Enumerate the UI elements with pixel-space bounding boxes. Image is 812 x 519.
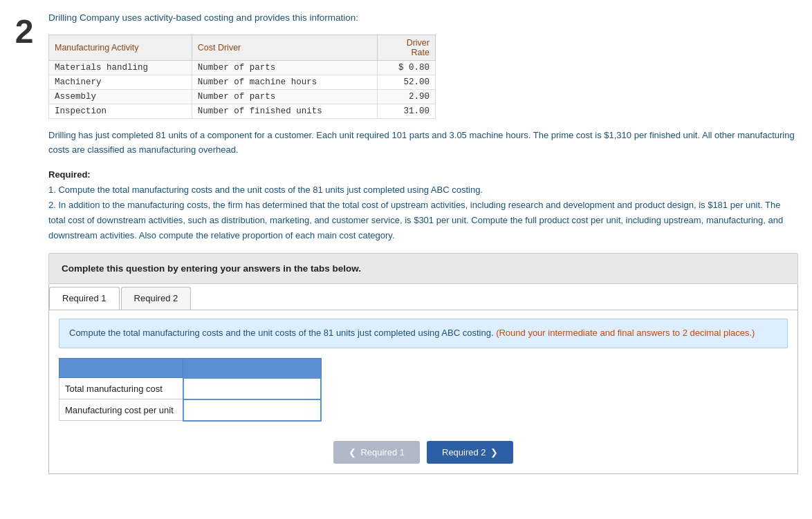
tab-required-1[interactable]: Required 1	[49, 287, 120, 310]
answer-table: Total manufacturing costManufacturing co…	[59, 358, 322, 422]
col-header-driver-rate: DriverRate	[377, 35, 435, 61]
required-section: Required: 1. Compute the total manufactu…	[48, 167, 798, 243]
tab-instruction-round: (Round your intermediate and final answe…	[496, 328, 755, 338]
required-label: Required:	[48, 169, 91, 180]
activity-table-cell: 31.00	[377, 104, 435, 119]
activity-table-cell: Machinery	[49, 75, 192, 90]
tab-content: Compute the total manufacturing costs an…	[49, 310, 797, 429]
chevron-left-icon: ❮	[349, 447, 356, 457]
col-header-manufacturing-activity: Manufacturing Activity	[49, 35, 192, 61]
chevron-right-icon: ❯	[490, 447, 498, 457]
problem-text: Drilling has just completed 81 units of …	[48, 129, 798, 158]
answer-input-cell	[183, 378, 321, 399]
answer-input-cell	[183, 399, 321, 421]
nav-buttons: ❮ Required 1 Required 2 ❯	[49, 441, 797, 473]
activity-table-cell: Number of finished units	[192, 104, 377, 119]
answer-input[interactable]	[190, 404, 315, 417]
next-button[interactable]: Required 2 ❯	[427, 441, 513, 464]
activity-table-cell: Number of machine hours	[192, 75, 377, 90]
activity-table-cell: Number of parts	[192, 90, 377, 104]
required-item-1: 1. Compute the total manufacturing costs…	[48, 185, 483, 195]
complete-box: Complete this question by entering your …	[48, 253, 798, 284]
tabs-container: Required 1 Required 2 Compute the total …	[48, 284, 798, 473]
answer-col-header-1	[59, 359, 183, 378]
question-number: 2	[0, 0, 48, 519]
activity-table-cell: Assembly	[49, 90, 192, 104]
prev-button-label: Required 1	[360, 447, 405, 457]
tab-instruction: Compute the total manufacturing costs an…	[59, 319, 788, 348]
activity-table-cell: 52.00	[377, 75, 435, 90]
activity-table: Manufacturing Activity Cost Driver Drive…	[48, 35, 436, 119]
required-item-2: 2. In addition to the manufacturing cost…	[48, 200, 783, 240]
tab-header: Required 1 Required 2	[49, 284, 797, 310]
activity-table-cell: Number of parts	[192, 61, 377, 75]
activity-table-cell: 2.90	[377, 90, 435, 104]
question-header: Drilling Company uses activity-based cos…	[48, 11, 798, 25]
prev-button[interactable]: ❮ Required 1	[333, 441, 420, 464]
next-button-label: Required 2	[442, 447, 486, 457]
answer-row-label: Manufacturing cost per unit	[59, 399, 183, 421]
col-header-cost-driver: Cost Driver	[192, 35, 377, 61]
answer-row-label: Total manufacturing cost	[59, 378, 183, 399]
tab-instruction-text: Compute the total manufacturing costs an…	[69, 328, 494, 338]
answer-input[interactable]	[190, 382, 315, 395]
activity-table-cell: Materials handling	[49, 61, 192, 75]
activity-table-cell: $ 0.80	[377, 61, 435, 75]
tab-required-2[interactable]: Required 2	[121, 287, 192, 310]
activity-table-cell: Inspection	[49, 104, 192, 119]
answer-col-header-2	[183, 359, 321, 378]
